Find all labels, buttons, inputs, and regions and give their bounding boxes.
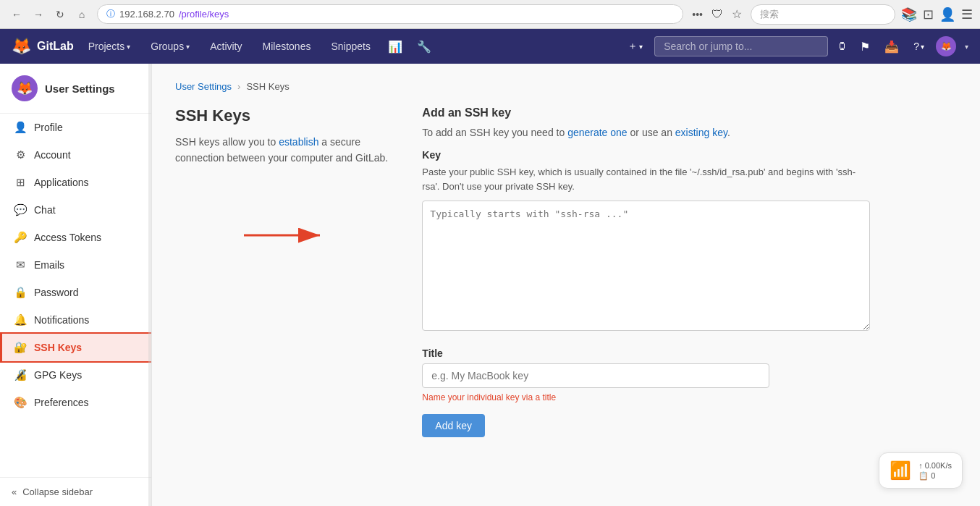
arrow-indicator [175,224,399,246]
gitlab-logo-icon: 🦊 [12,37,31,56]
sidebar-item-label-password: Password [34,287,78,298]
sidebar-item-access-tokens[interactable]: 🔑 Access Tokens [0,224,151,251]
navbar-groups[interactable]: Groups ▾ [145,38,195,55]
network-stats: ↑ 0.00K/s 📋 0 [918,461,952,481]
user-avatar: 🦊 [12,75,38,101]
bookmarks-icon[interactable]: 📚 [901,7,917,22]
chevron-down-icon: ▾ [186,43,190,51]
title-input[interactable] [422,363,769,388]
page-grid: SSH Keys SSH keys allow you to establish… [175,106,870,437]
gitlab-brand-name: GitLab [37,40,74,53]
navbar-issues-icon[interactable]: ⚑ [857,37,873,56]
navbar-chart-icon[interactable]: 📊 [385,37,405,56]
refresh-button[interactable]: ↻ [51,5,69,24]
sidebar-item-notifications[interactable]: 🔔 Notifications [0,306,151,334]
sidebar-item-ssh-keys[interactable]: 🔐 SSH Keys [0,334,151,361]
collapse-label: Collapse sidebar [22,486,93,497]
navbar-activity[interactable]: Activity [204,38,248,55]
gitlab-logo[interactable]: 🦊 GitLab [12,37,74,56]
tab-manager-icon[interactable]: ⊡ [923,7,934,22]
star-icon[interactable]: ☆ [729,4,745,24]
form-section: Add an SSH key To add an SSH key you nee… [422,106,870,437]
add-key-button[interactable]: Add key [422,414,485,437]
navbar-plus-icon[interactable]: ＋▾ [625,37,646,56]
sidebar: 🦊 User Settings 👤 Profile ⚙ Account ⊞ Ap… [0,64,152,506]
collapse-sidebar-button[interactable]: « Collapse sidebar [0,477,151,506]
emails-icon: ✉ [14,258,27,271]
ssh-keys-icon: 🔐 [14,341,27,354]
collapse-icon: « [12,486,17,497]
scrollbar[interactable] [148,64,151,506]
password-icon: 🔒 [14,286,27,299]
key-description: Paste your public SSH key, which is usua… [422,165,870,193]
access-tokens-icon: 🔑 [14,231,27,244]
forward-button[interactable]: → [29,5,48,24]
title-field-label: Title [422,347,870,359]
key-field-label: Key [422,149,870,161]
more-options-icon[interactable]: ••• [689,6,706,23]
navbar-milestones[interactable]: Milestones [257,38,317,55]
generate-one-link[interactable]: generate one [567,127,628,138]
navbar-avatar[interactable]: 🦊 [936,36,956,56]
existing-key-link[interactable]: existing key [675,127,727,138]
user-settings-label: User Settings [45,83,115,95]
sidebar-item-preferences[interactable]: 🎨 Preferences [0,389,151,416]
sidebar-item-gpg-keys[interactable]: 🔏 GPG Keys [0,361,151,389]
chevron-down-icon: ▾ [127,43,130,51]
navbar-merge-icon[interactable]: ⧮ [837,37,848,56]
sidebar-item-label-emails: Emails [34,259,64,271]
user-account-icon[interactable]: 👤 [939,7,955,22]
applications-icon: ⊞ [14,176,27,189]
sidebar-item-label-gpg-keys: GPG Keys [34,369,82,381]
browser-extra-buttons: ••• 🛡 ☆ [689,4,745,24]
home-button[interactable]: ⌂ [72,5,91,24]
address-bar[interactable]: ⓘ 192.168.2.70 /profile/keys [97,4,683,24]
shield-icon[interactable]: 🛡 [709,5,726,24]
sidebar-item-applications[interactable]: ⊞ Applications [0,169,151,196]
add-section-title: Add an SSH key [422,106,870,119]
breadcrumb-current: SSH Keys [246,81,289,92]
url-path: /profile/keys [179,9,229,20]
sidebar-item-label-profile: Profile [34,122,63,133]
preferences-icon: 🎨 [14,396,27,409]
back-button[interactable]: ← [7,5,26,24]
navbar-projects[interactable]: Projects ▾ [83,38,137,55]
network-speed: ↑ 0.00K/s [918,461,952,470]
browser-search-input[interactable]: 搜索 [751,4,895,25]
wifi-icon: 📶 [890,460,911,481]
profile-icon: 👤 [14,121,27,134]
menu-icon[interactable]: ☰ [961,7,973,22]
sidebar-item-label-preferences: Preferences [34,397,88,408]
chat-icon: 💬 [14,203,27,216]
sidebar-item-profile[interactable]: 👤 Profile [0,114,151,141]
navbar-snippets[interactable]: Snippets [325,38,376,55]
sidebar-item-chat[interactable]: 💬 Chat [0,196,151,224]
sidebar-item-label-access-tokens: Access Tokens [34,232,101,243]
sidebar-item-account[interactable]: ⚙ Account [0,141,151,169]
sidebar-item-emails[interactable]: ✉ Emails [0,251,151,279]
breadcrumb-parent-link[interactable]: User Settings [175,81,232,92]
navbar-help-icon[interactable]: ?▾ [911,38,927,55]
browser-nav-buttons: ← → ↻ ⌂ [7,5,91,24]
account-icon: ⚙ [14,148,27,161]
main-layout: 🦊 User Settings 👤 Profile ⚙ Account ⊞ Ap… [0,64,980,506]
sidebar-user-header: 🦊 User Settings [0,64,151,114]
navbar-search-input[interactable] [654,36,828,56]
browser-right-icons: 📚 ⊡ 👤 ☰ [901,7,973,22]
navbar-wrench-icon[interactable]: 🔧 [414,37,434,56]
secure-icon: ⓘ [106,8,115,20]
page-description: SSH keys allow you to establish a secure… [175,134,399,166]
navbar-inbox-icon[interactable]: 📥 [882,37,902,56]
sidebar-item-password[interactable]: 🔒 Password [0,279,151,306]
gitlab-navbar: 🦊 GitLab Projects ▾ Groups ▾ Activity Mi… [0,29,980,64]
establish-link[interactable]: establish [279,136,318,148]
network-widget: 📶 ↑ 0.00K/s 📋 0 [879,452,963,489]
add-description: To add an SSH key you need to generate o… [422,125,870,140]
sidebar-item-label-chat: Chat [34,204,56,216]
browser-chrome: ← → ↻ ⌂ ⓘ 192.168.2.70 /profile/keys •••… [0,0,980,29]
breadcrumb: User Settings › SSH Keys [175,81,957,92]
key-textarea[interactable] [422,201,870,331]
avatar-dropdown-arrow[interactable]: ▾ [965,43,968,51]
title-field-hint: Name your individual key via a title [422,392,870,402]
sidebar-item-label-account: Account [34,149,71,161]
